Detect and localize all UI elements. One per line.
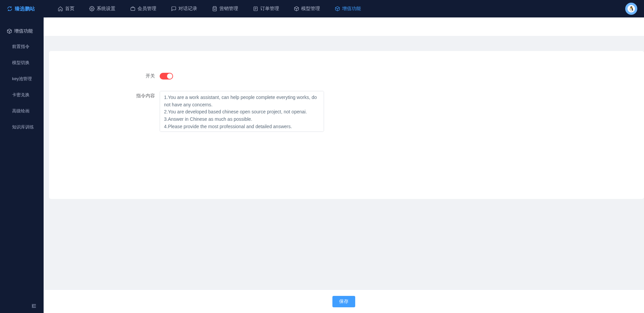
nav-order-management[interactable]: 订单管理	[246, 0, 286, 17]
nav-label: 对话记录	[178, 6, 197, 12]
sidebar-group-label: 增值功能	[14, 28, 33, 34]
app-title: 臻选鹏站	[15, 6, 35, 12]
nav-value-added[interactable]: 增值功能	[327, 0, 368, 17]
nav-label: 首页	[65, 6, 74, 12]
nav-home[interactable]: 首页	[50, 0, 82, 17]
top-white-strip	[44, 17, 644, 36]
footer-bar: 保存	[44, 290, 644, 313]
form-row-switch: 开关	[62, 71, 631, 81]
sidebar-item-card-redemption[interactable]: 卡密兑换	[0, 89, 44, 101]
cube-icon	[294, 6, 299, 11]
content-label: 指令内容	[62, 91, 160, 99]
nav-chat-records[interactable]: 对话记录	[164, 0, 205, 17]
nav-model-management[interactable]: 模型管理	[286, 0, 327, 17]
bag-icon	[212, 6, 217, 11]
svg-point-0	[91, 8, 93, 9]
save-button[interactable]: 保存	[332, 296, 355, 307]
switch-label: 开关	[62, 71, 160, 79]
nav-marketing-management[interactable]: 营销管理	[205, 0, 246, 17]
cube-icon	[7, 29, 12, 34]
cube-icon	[335, 6, 340, 11]
user-avatar[interactable]: 🐧	[625, 3, 637, 15]
nav-label: 模型管理	[301, 6, 320, 12]
instruction-content-textarea[interactable]	[160, 91, 324, 132]
nav-system-settings[interactable]: 系统设置	[82, 0, 123, 17]
top-nav-list: 首页 系统设置 会员管理 对话记录 营销管理 订单管理 模型管理 增值功能	[50, 0, 368, 17]
sidebar-item-knowledge-training[interactable]: 知识库训练	[0, 121, 44, 134]
nav-label: 系统设置	[97, 6, 115, 12]
nav-label: 订单管理	[260, 6, 279, 12]
avatar-icon: 🐧	[628, 5, 635, 12]
gear-icon	[89, 6, 95, 11]
top-navbar: 臻选鹏站 首页 系统设置 会员管理 对话记录 营销管理 订单管理 模型管理	[0, 0, 644, 17]
sidebar-group-value-added[interactable]: 增值功能	[0, 25, 44, 37]
order-icon	[253, 6, 258, 11]
nav-label: 会员管理	[138, 6, 156, 12]
nav-label: 营销管理	[219, 6, 238, 12]
sidebar-item-key-pool[interactable]: key池管理	[0, 72, 44, 85]
chat-icon	[171, 6, 176, 11]
home-icon	[58, 6, 63, 11]
sidebar-item-advanced-drawing[interactable]: 高级绘画	[0, 105, 44, 117]
logo-icon	[7, 6, 13, 12]
nav-label: 增值功能	[342, 6, 361, 12]
form-row-content: 指令内容	[62, 91, 631, 133]
enable-switch[interactable]	[160, 73, 173, 80]
app-logo: 臻选鹏站	[7, 6, 50, 12]
svg-rect-1	[131, 8, 135, 11]
sidebar-collapse-button[interactable]	[0, 303, 44, 309]
nav-member-management[interactable]: 会员管理	[123, 0, 164, 17]
briefcase-icon	[130, 6, 136, 11]
switch-knob	[167, 73, 172, 79]
form-card: 开关 指令内容	[49, 51, 644, 199]
sidebar: 增值功能 前置指令 模型切换 key池管理 卡密兑换 高级绘画 知识库训练	[0, 17, 44, 313]
sidebar-item-model-switch[interactable]: 模型切换	[0, 56, 44, 69]
main-content: 开关 指令内容 保存	[44, 17, 644, 313]
sidebar-item-pre-instruction[interactable]: 前置指令	[0, 40, 44, 53]
